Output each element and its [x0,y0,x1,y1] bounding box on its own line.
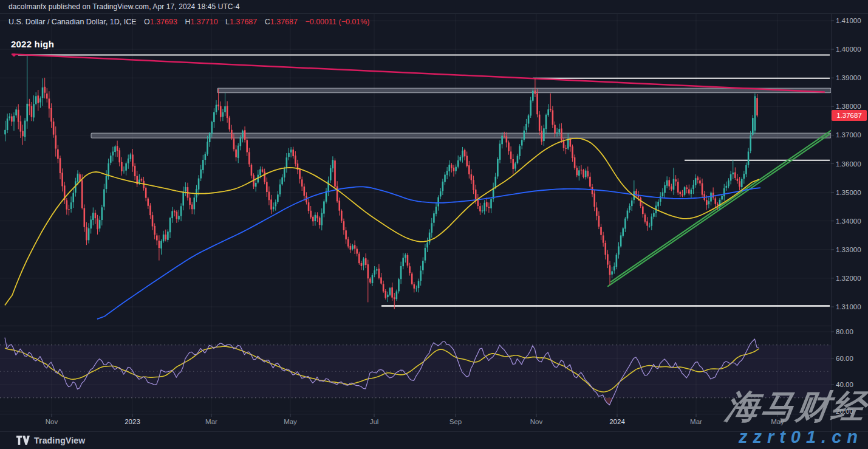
candle-body [281,177,283,184]
main-chart[interactable] [0,0,868,449]
candle-body [380,278,382,284]
candle-body [205,154,207,160]
low-value: 1.37687 [230,18,257,26]
candle-body [737,179,739,181]
candle-body [167,231,169,240]
candle-body [598,216,600,227]
candle-body [464,150,466,157]
candle-body [494,177,496,188]
ascending-trendline-a [608,134,829,286]
candle-body [13,116,15,122]
candle-body [524,131,525,140]
symbol-title[interactable]: U.S. Dollar / Canadian Dollar, 1D, ICE [9,18,137,26]
candle-body [35,96,37,104]
candle-body [622,228,624,236]
candle-body [384,291,386,298]
open-label: O [144,18,150,26]
candle-body [277,194,279,202]
candle-body [22,131,24,137]
candle-body [361,263,363,266]
candle-body [519,146,521,156]
chart-legend[interactable]: U.S. Dollar / Canadian Dollar, 1D, ICE O… [9,18,370,26]
candle-body [154,226,155,235]
candle-body [68,209,70,210]
candle-body [405,255,406,258]
candle-body [224,106,226,112]
candle-body [418,281,420,288]
candle-body [367,264,369,278]
candle-body [97,219,98,230]
candle-body [374,270,375,275]
candle-body [414,284,415,289]
candle-body [228,118,230,129]
candle-body [422,261,424,270]
candle-body [536,94,538,114]
candle-body [748,151,750,165]
candle-body [627,211,629,219]
candle-body [345,230,347,239]
candle-body [593,194,595,207]
tradingview-logo-icon[interactable] [16,436,30,445]
candle-body [501,136,503,145]
candle-body [649,226,651,227]
candle-body [301,179,303,187]
tradingview-brand-text[interactable]: TradingView [34,436,85,445]
watermark-cjk: 海马财经 [723,385,868,430]
candle-body [609,266,611,275]
candle-body [686,187,688,188]
tradingview-published-chart: dacolmanfx published on TradingView.com,… [0,0,868,449]
candle-body [570,139,572,147]
candle-body [352,245,354,249]
candle-body [499,144,501,160]
candle-body [640,198,641,206]
candle-body [248,152,250,164]
resistance-zone-1370 [91,133,831,138]
candle-body [714,198,716,204]
candle-body [532,91,534,100]
candle-body [61,173,63,186]
annotation-2022-high-label[interactable]: 2022 high [11,39,54,49]
candle-body [148,199,149,206]
candle-body [535,91,536,94]
candle-body [255,183,257,187]
candle-body [646,221,648,225]
candle-body [576,168,578,175]
candle-body [42,87,44,98]
ma-yellow-50 [5,139,759,306]
candle-body [453,168,455,171]
resistance-zone-1384 [217,88,831,93]
candle-body [512,159,514,169]
candle-body [550,109,552,110]
candle-body [46,94,48,98]
candle-body [444,174,446,182]
candle-body [462,151,463,157]
candle-body [723,188,725,196]
candle-body [497,159,499,177]
candle-body [110,156,112,163]
candle-body [81,180,83,208]
candle-body [112,151,114,155]
candle-body [521,140,523,145]
high-value: 1.37710 [190,18,217,26]
candle-body [251,165,253,176]
candle-body [222,112,224,117]
candle-body [323,201,325,213]
candle-body [308,202,310,211]
candle-body [338,201,340,210]
candle-body [350,246,352,250]
candle-body [176,212,178,219]
candle-body [396,292,398,300]
candle-body [415,289,417,289]
candle-body [426,242,428,247]
candle-body [211,122,213,134]
candle-body [50,108,52,122]
candle-body [240,137,242,146]
candle-body [613,266,615,270]
candle-body [697,177,699,180]
candle-body [644,214,646,222]
candle-body [365,258,367,265]
candle-body [29,104,30,106]
candle-body [607,254,609,264]
candle-body [343,221,345,230]
candle-body [741,179,743,187]
